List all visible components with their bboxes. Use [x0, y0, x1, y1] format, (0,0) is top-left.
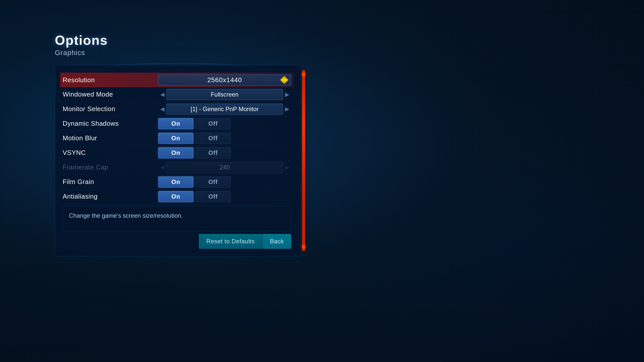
options-panel: Options Graphics Resolution 644x362 [55, 33, 301, 256]
antialiasing-control: On Off [158, 191, 291, 202]
vsync-label: VSYNC [63, 149, 158, 157]
monitor-selection-control: ◀ [1] - Generic PnP Monitor ▶ [158, 104, 291, 115]
options-title: Options [55, 33, 301, 48]
dynamic-shadows-on-btn[interactable]: On [158, 118, 193, 129]
antialiasing-label: Antialiasing [63, 193, 158, 200]
film-grain-control: On Off [158, 176, 291, 188]
monitor-dropdown[interactable]: [1] - Generic PnP Monitor [166, 104, 283, 115]
framerate-bar: 240 [166, 162, 283, 173]
antialiasing-row: Antialiasing On Off [63, 189, 291, 204]
resolution-control: 644x362 [158, 74, 291, 85]
resolution-bar[interactable]: 644x362 [158, 74, 291, 85]
film-grain-label: Film Grain [63, 178, 158, 186]
resolution-value: 644x362 [207, 76, 242, 84]
vsync-control: On Off [158, 147, 291, 158]
description-text: Change the game's screen size/resolution… [69, 212, 183, 219]
film-grain-toggle-group: On Off [158, 176, 231, 188]
motion-blur-on-btn[interactable]: On [158, 133, 193, 144]
monitor-value: [1] - Generic PnP Monitor [191, 106, 259, 113]
panel-top-curve [104, 63, 252, 68]
monitor-arrow-right[interactable]: ▶ [283, 105, 291, 114]
title-section: Options Graphics [55, 33, 301, 57]
dynamic-shadows-control: On Off [158, 118, 291, 129]
monitor-arrow-left[interactable]: ◀ [158, 105, 166, 114]
vsync-row: VSYNC On Off [63, 146, 291, 160]
antialiasing-toggle-group: On Off [158, 191, 231, 202]
motion-blur-toggle-group: On Off [158, 133, 231, 144]
framerate-cap-label: Framerate Cap [63, 163, 158, 171]
dynamic-shadows-toggle-group: On Off [158, 118, 231, 129]
motion-blur-row: Motion Blur On Off [63, 131, 291, 146]
dynamic-shadows-off-btn[interactable]: Off [195, 118, 231, 129]
vsync-on-btn[interactable]: On [158, 147, 193, 158]
framerate-arrow-right: ▶ [283, 163, 291, 172]
dynamic-shadows-row: Dynamic Shadows On Off [63, 116, 291, 131]
framerate-cap-row: Framerate Cap ◀ 240 ▶ [63, 160, 291, 175]
windowed-mode-arrow-left[interactable]: ◀ [158, 90, 166, 99]
antialiasing-on-btn[interactable]: On [158, 191, 193, 202]
reset-to-defaults-button[interactable]: Reset to Defaults [199, 234, 262, 249]
windowed-mode-row[interactable]: Windowed Mode ◀ Fullscreen ▶ [63, 87, 291, 102]
description-box: Change the game's screen size/resolution… [63, 206, 291, 231]
film-grain-row: Film Grain On Off [63, 175, 291, 189]
windowed-mode-arrow-right[interactable]: ▶ [283, 90, 291, 99]
dynamic-shadows-label: Dynamic Shadows [63, 120, 158, 127]
bottom-buttons: Reset to Defaults Back [63, 234, 291, 249]
windowed-mode-value: Fullscreen [211, 91, 239, 98]
framerate-arrow-left: ◀ [158, 163, 166, 172]
film-grain-off-btn[interactable]: Off [195, 176, 231, 188]
back-button[interactable]: Back [263, 234, 291, 249]
monitor-selection-row[interactable]: Monitor Selection ◀ [1] - Generic PnP Mo… [63, 102, 291, 116]
vsync-toggle-group: On Off [158, 147, 231, 158]
settings-list: Resolution 644x362 Windowed Mode ◀ [63, 73, 291, 204]
windowed-mode-label: Windowed Mode [63, 90, 158, 98]
resolution-label: Resolution [63, 76, 158, 84]
settings-panel: Resolution 644x362 Windowed Mode ◀ [55, 65, 301, 256]
motion-blur-off-btn[interactable]: Off [195, 133, 231, 144]
options-subtitle: Graphics [55, 49, 301, 57]
windowed-mode-dropdown[interactable]: Fullscreen [166, 89, 283, 100]
resolution-row[interactable]: Resolution 644x362 [60, 73, 294, 87]
framerate-value: 240 [220, 164, 230, 171]
antialiasing-off-btn[interactable]: Off [195, 191, 231, 202]
motion-blur-control: On Off [158, 133, 291, 144]
panel-right-accent [302, 70, 305, 251]
resolution-icon [280, 76, 288, 84]
vsync-off-btn[interactable]: Off [195, 147, 231, 158]
monitor-selection-label: Monitor Selection [63, 105, 158, 113]
windowed-mode-control: ◀ Fullscreen ▶ [158, 89, 291, 100]
framerate-cap-control: ◀ 240 ▶ [158, 162, 291, 173]
film-grain-on-btn[interactable]: On [158, 176, 193, 188]
main-layout: Options Graphics Resolution 644x362 [0, 0, 644, 362]
motion-blur-label: Motion Blur [63, 134, 158, 142]
